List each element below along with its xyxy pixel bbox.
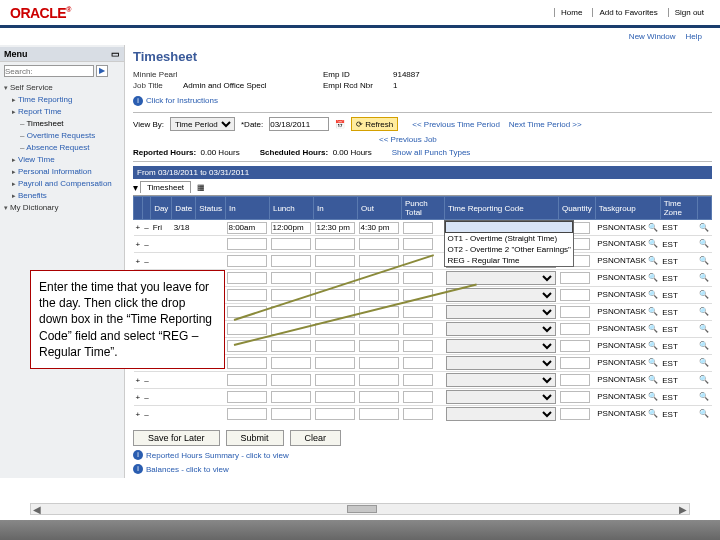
- out-input[interactable]: [359, 222, 399, 234]
- nav-item[interactable]: Benefits: [4, 190, 120, 202]
- signout-link[interactable]: Sign out: [668, 8, 710, 17]
- lookup-icon[interactable]: 🔍: [648, 223, 658, 233]
- add-row-button[interactable]: +: [134, 253, 143, 270]
- nav-item[interactable]: Overtime Requests: [4, 130, 120, 142]
- in2-input[interactable]: [315, 357, 355, 369]
- lookup-icon[interactable]: 🔍: [699, 307, 709, 317]
- reported-hours-summary-link[interactable]: iReported Hours Summary - click to view: [133, 450, 712, 460]
- trc-select[interactable]: [446, 390, 556, 404]
- menu-collapse-icon[interactable]: ▭: [111, 49, 120, 59]
- trc-select[interactable]: [446, 356, 556, 370]
- lunch-input[interactable]: [271, 408, 311, 420]
- nav-item[interactable]: Absence Request: [4, 142, 120, 154]
- quantity-input[interactable]: [560, 408, 590, 420]
- lookup-icon[interactable]: 🔍: [699, 324, 709, 334]
- tab-toggle-icon[interactable]: ▾: [133, 182, 138, 193]
- scroll-thumb[interactable]: [347, 505, 377, 513]
- lookup-icon[interactable]: 🔍: [648, 358, 658, 368]
- punch-total-input[interactable]: [403, 408, 433, 420]
- in2-input[interactable]: [315, 391, 355, 403]
- remove-row-button[interactable]: –: [142, 236, 150, 253]
- lookup-icon[interactable]: 🔍: [648, 273, 658, 283]
- in2-input[interactable]: [315, 238, 355, 250]
- quantity-input[interactable]: [560, 289, 590, 301]
- nav-item[interactable]: Time Reporting: [4, 94, 120, 106]
- lookup-icon[interactable]: 🔍: [699, 273, 709, 283]
- trc-select[interactable]: [446, 271, 556, 285]
- horizontal-scrollbar[interactable]: ◀ ▶: [30, 503, 690, 515]
- in2-input[interactable]: [315, 222, 355, 234]
- calendar-icon[interactable]: 📅: [335, 120, 345, 129]
- lookup-icon[interactable]: 🔍: [648, 392, 658, 402]
- out-input[interactable]: [359, 391, 399, 403]
- in-input[interactable]: [227, 255, 267, 267]
- in2-input[interactable]: [315, 408, 355, 420]
- trc-select[interactable]: [446, 339, 556, 353]
- in2-input[interactable]: [315, 255, 355, 267]
- in-input[interactable]: [227, 289, 267, 301]
- out-input[interactable]: [359, 323, 399, 335]
- lookup-icon[interactable]: 🔍: [648, 307, 658, 317]
- lunch-input[interactable]: [271, 391, 311, 403]
- punch-total-input[interactable]: [403, 272, 433, 284]
- quantity-input[interactable]: [560, 306, 590, 318]
- in-input[interactable]: [227, 374, 267, 386]
- add-row-button[interactable]: +: [134, 220, 143, 236]
- lunch-input[interactable]: [271, 238, 311, 250]
- prev-job-link[interactable]: << Previous Job: [379, 135, 712, 144]
- in-input[interactable]: [227, 323, 267, 335]
- remove-row-button[interactable]: –: [142, 253, 150, 270]
- lookup-icon[interactable]: 🔍: [699, 375, 709, 385]
- trc-select[interactable]: [446, 288, 556, 302]
- in-input[interactable]: [227, 238, 267, 250]
- lunch-input[interactable]: [271, 357, 311, 369]
- in2-input[interactable]: [315, 374, 355, 386]
- favorites-link[interactable]: Add to Favorites: [592, 8, 663, 17]
- lunch-input[interactable]: [271, 222, 311, 234]
- lunch-input[interactable]: [271, 340, 311, 352]
- submit-button[interactable]: Submit: [226, 430, 284, 446]
- punch-total-input[interactable]: [403, 323, 433, 335]
- balances-link[interactable]: iBalances - click to view: [133, 464, 712, 474]
- nav-item[interactable]: Timesheet: [4, 118, 120, 130]
- lookup-icon[interactable]: 🔍: [648, 375, 658, 385]
- in-input[interactable]: [227, 357, 267, 369]
- add-row-button[interactable]: +: [134, 389, 143, 406]
- quantity-input[interactable]: [560, 323, 590, 335]
- lookup-icon[interactable]: 🔍: [699, 290, 709, 300]
- nav-item[interactable]: Report Time: [4, 106, 120, 118]
- punch-total-input[interactable]: [403, 222, 433, 234]
- add-row-button[interactable]: +: [134, 372, 143, 389]
- punch-total-input[interactable]: [403, 357, 433, 369]
- tab-tools-icon[interactable]: ▦: [197, 183, 205, 192]
- lookup-icon[interactable]: 🔍: [699, 341, 709, 351]
- menu-search-input[interactable]: [4, 65, 94, 77]
- lunch-input[interactable]: [271, 272, 311, 284]
- punch-total-input[interactable]: [403, 391, 433, 403]
- punch-total-input[interactable]: [403, 340, 433, 352]
- prev-period-link[interactable]: << Previous Time Period: [412, 120, 500, 129]
- trc-dropdown[interactable]: OT1 - Overtime (Straight Time)OT2 - Over…: [444, 220, 574, 267]
- refresh-button[interactable]: ⟳Refresh: [351, 117, 398, 131]
- lookup-icon[interactable]: 🔍: [699, 409, 709, 419]
- in2-input[interactable]: [315, 323, 355, 335]
- out-input[interactable]: [359, 357, 399, 369]
- out-input[interactable]: [359, 408, 399, 420]
- nav-item[interactable]: View Time: [4, 154, 120, 166]
- lookup-icon[interactable]: 🔍: [648, 239, 658, 249]
- trc-select[interactable]: [446, 305, 556, 319]
- lookup-icon[interactable]: 🔍: [699, 358, 709, 368]
- viewby-select[interactable]: Time Period: [170, 117, 235, 131]
- trc-select[interactable]: [446, 373, 556, 387]
- save-button[interactable]: Save for Later: [133, 430, 220, 446]
- punch-total-input[interactable]: [403, 306, 433, 318]
- new-window-link[interactable]: New Window: [629, 32, 676, 41]
- lookup-icon[interactable]: 🔍: [648, 256, 658, 266]
- trc-option[interactable]: OT1 - Overtime (Straight Time): [445, 233, 573, 244]
- trc-select[interactable]: [446, 322, 556, 336]
- in-input[interactable]: [227, 222, 267, 234]
- clear-button[interactable]: Clear: [290, 430, 342, 446]
- nav-item[interactable]: Payroll and Compensation: [4, 178, 120, 190]
- out-input[interactable]: [359, 374, 399, 386]
- in-input[interactable]: [227, 408, 267, 420]
